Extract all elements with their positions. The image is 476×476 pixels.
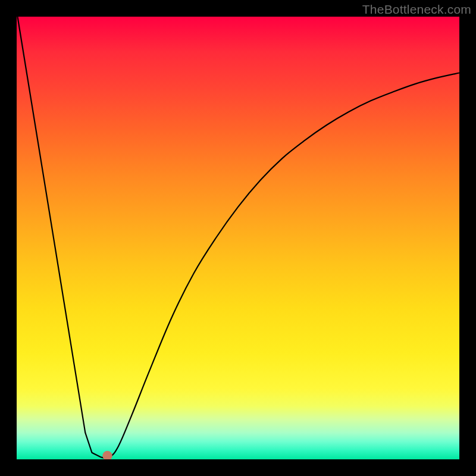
curve-layer [17, 17, 459, 459]
optimal-point-marker [102, 451, 112, 459]
chart-container: TheBottleneck.com [0, 0, 476, 476]
bottleneck-curve [17, 17, 459, 458]
watermark-text: TheBottleneck.com [362, 2, 471, 17]
plot-area [17, 17, 459, 459]
